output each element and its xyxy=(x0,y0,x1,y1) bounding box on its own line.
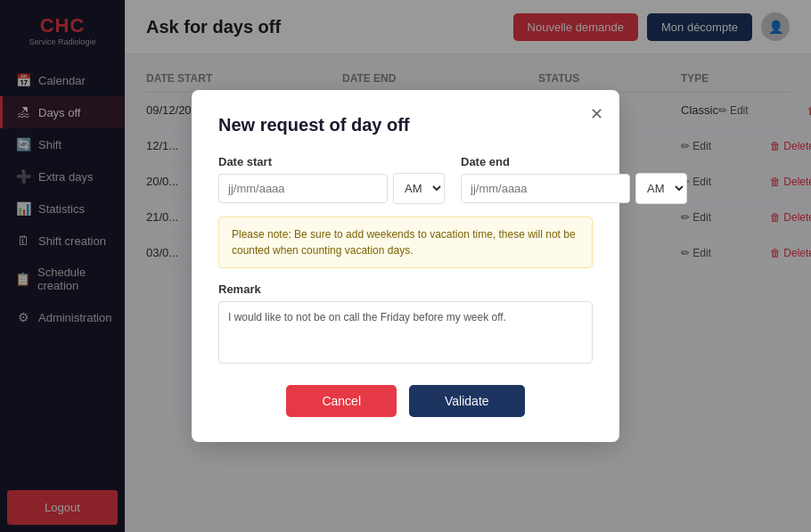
date-start-group: Date start AM PM xyxy=(218,155,445,204)
remark-label: Remark xyxy=(218,282,593,296)
date-end-group: Date end AM PM xyxy=(461,155,687,204)
date-start-label: Date start xyxy=(218,155,445,168)
date-start-time-select[interactable]: AM PM xyxy=(393,173,445,204)
date-start-input[interactable] xyxy=(218,174,388,203)
remark-textarea[interactable]: I would like to not be on call the Frida… xyxy=(218,301,593,364)
date-start-input-row: AM PM xyxy=(218,173,445,204)
date-row: Date start AM PM Date end AM PM xyxy=(218,155,593,204)
validate-button[interactable]: Validate xyxy=(409,385,525,417)
date-end-label: Date end xyxy=(461,155,687,168)
date-end-input-row: AM PM xyxy=(461,173,687,204)
date-end-time-select[interactable]: AM PM xyxy=(635,173,687,204)
modal: New request of day off ✕ Date start AM P… xyxy=(192,90,619,442)
close-button[interactable]: ✕ xyxy=(590,106,603,122)
modal-overlay: New request of day off ✕ Date start AM P… xyxy=(0,0,811,532)
modal-actions: Cancel Validate xyxy=(218,385,593,417)
note-box: Please note: Be sure to add weekends to … xyxy=(218,217,593,268)
date-end-input[interactable] xyxy=(461,174,630,203)
cancel-button[interactable]: Cancel xyxy=(286,385,397,417)
modal-title: New request of day off xyxy=(218,115,593,135)
